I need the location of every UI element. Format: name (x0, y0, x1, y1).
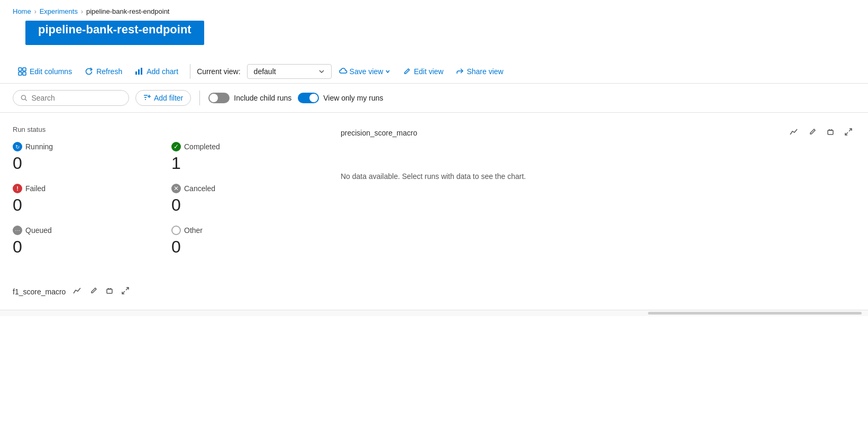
svg-rect-4 (135, 71, 137, 75)
line-chart-action-icon (790, 128, 798, 136)
metric-footer: f1_score_macro (13, 280, 309, 299)
toolbar: Edit columns Refresh Add chart Current v… (0, 60, 868, 84)
filter-plus-icon (143, 94, 151, 102)
view-only-my-runs-group: View only my runs (298, 93, 383, 103)
queued-text: Queued (25, 226, 52, 235)
search-input[interactable] (31, 94, 121, 102)
status-queued-label: ⋯ Queued (13, 226, 150, 235)
chart-expand-button[interactable] (842, 125, 855, 140)
chart-delete-button[interactable] (824, 125, 837, 140)
chevron-down-small-icon (385, 69, 390, 74)
add-filter-label: Add filter (154, 94, 183, 102)
canceled-text: Canceled (184, 184, 215, 193)
f1-edit-button[interactable] (88, 284, 99, 299)
status-failed-label: ! Failed (13, 184, 150, 193)
current-view-label: Current view: (197, 67, 240, 76)
share-view-button[interactable]: Share view (451, 64, 508, 79)
other-text: Other (184, 226, 203, 235)
metric-footer-actions (71, 284, 131, 299)
metric-footer-title: f1_score_macro (13, 288, 66, 296)
status-completed: ✓ Completed 1 (171, 142, 309, 173)
svg-rect-0 (19, 68, 22, 71)
view-only-my-runs-label: View only my runs (323, 94, 383, 102)
filter-bar: Add filter Include child runs View only … (0, 84, 868, 113)
completed-text: Completed (184, 142, 220, 151)
canceled-count: 0 (171, 195, 309, 215)
view-only-my-runs-toggle[interactable] (298, 93, 319, 103)
refresh-button[interactable]: Refresh (79, 64, 127, 79)
svg-rect-17 (828, 130, 833, 134)
f1-delete-button[interactable] (104, 284, 115, 299)
save-view-button[interactable]: Save view (334, 64, 396, 79)
svg-rect-6 (141, 68, 142, 75)
queued-count: 0 (13, 237, 150, 257)
other-icon (171, 226, 181, 235)
page-title: pipeline-bank-rest-endpoint (25, 21, 204, 45)
include-child-runs-group: Include child runs (208, 93, 291, 103)
status-failed: ! Failed 0 (13, 184, 150, 215)
svg-rect-11 (107, 289, 112, 293)
edit-view-button[interactable]: Edit view (398, 64, 449, 79)
queued-icon: ⋯ (13, 226, 22, 235)
run-status-title: Run status (13, 125, 309, 133)
failed-icon: ! (13, 184, 22, 193)
table-icon (18, 67, 26, 76)
chart-section: precision_score_macro No data available.… (309, 125, 855, 299)
no-data-message: No data available. Select runs with data… (341, 172, 855, 181)
save-view-label: Save view (350, 67, 383, 76)
chart-line-button[interactable] (787, 125, 801, 140)
breadcrumb-experiments[interactable]: Experiments (40, 7, 78, 15)
running-text: Running (25, 142, 53, 151)
status-other-label: Other (171, 226, 309, 235)
status-running: ↻ Running 0 (13, 142, 150, 173)
edit-columns-button[interactable]: Edit columns (13, 64, 77, 79)
bottom-bar (0, 310, 868, 316)
svg-rect-5 (138, 69, 140, 75)
include-child-runs-toggle[interactable] (208, 93, 230, 103)
current-view-select[interactable]: default (247, 64, 332, 79)
refresh-label: Refresh (96, 67, 122, 76)
chart-actions (787, 125, 855, 140)
f1-expand-button[interactable] (120, 284, 131, 299)
status-running-label: ↻ Running (13, 142, 150, 151)
add-chart-label: Add chart (147, 67, 178, 76)
completed-icon: ✓ (171, 142, 181, 151)
line-chart-icon (73, 286, 81, 295)
breadcrumb-home[interactable]: Home (13, 7, 31, 15)
expand-icon (122, 287, 129, 294)
chart-edit-button[interactable] (806, 125, 819, 140)
svg-line-8 (25, 99, 26, 101)
current-view-value: default (254, 67, 276, 76)
breadcrumb: Home › Experiments › pipeline-bank-rest-… (0, 0, 868, 21)
failed-text: Failed (25, 184, 45, 193)
chart-title: precision_score_macro (341, 129, 417, 137)
f1-chart-button[interactable] (71, 284, 84, 299)
refresh-icon (85, 67, 93, 76)
chart-icon (135, 67, 143, 76)
bottom-scrollbar-thumb[interactable] (648, 312, 862, 315)
search-box[interactable] (13, 90, 129, 106)
other-count: 0 (171, 237, 309, 257)
cloud-icon (339, 67, 348, 76)
running-count: 0 (13, 154, 150, 173)
share-icon (456, 68, 463, 75)
completed-count: 1 (171, 154, 309, 173)
status-other: Other 0 (171, 226, 309, 257)
add-filter-button[interactable]: Add filter (135, 90, 191, 106)
svg-rect-3 (23, 72, 26, 75)
chevron-down-icon (318, 68, 325, 75)
toolbar-separator (190, 64, 190, 79)
breadcrumb-sep-1: › (34, 8, 36, 15)
add-chart-button[interactable]: Add chart (130, 64, 184, 79)
svg-rect-1 (23, 68, 26, 71)
expand-chart-icon (845, 128, 852, 136)
status-completed-label: ✓ Completed (171, 142, 309, 151)
filter-separator (199, 91, 200, 105)
status-canceled: ✕ Canceled 0 (171, 184, 309, 215)
svg-point-7 (21, 95, 25, 100)
trash-chart-icon (827, 128, 834, 136)
include-child-runs-label: Include child runs (234, 94, 291, 102)
trash-icon (106, 287, 113, 294)
svg-rect-2 (19, 72, 22, 75)
status-queued: ⋯ Queued 0 (13, 226, 150, 257)
